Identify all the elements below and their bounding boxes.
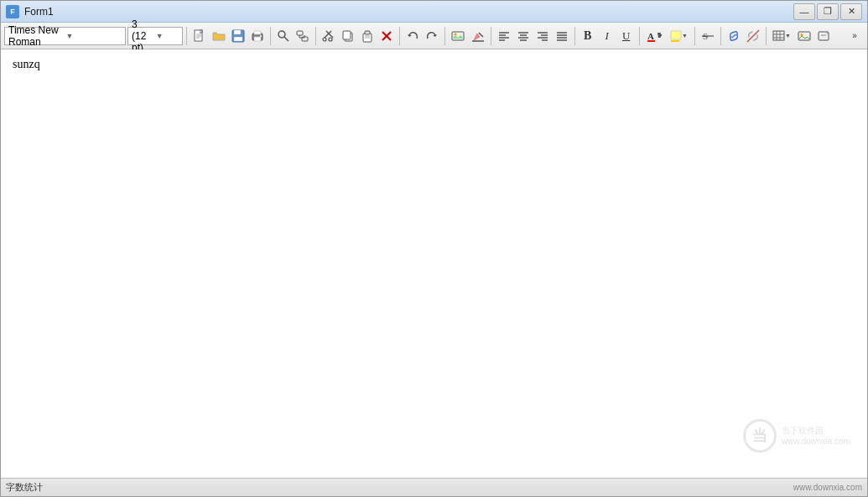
delete-button[interactable]: [377, 27, 396, 45]
replace-icon: [296, 29, 309, 43]
find-icon: [277, 29, 290, 43]
align-left-icon: [497, 29, 511, 43]
font-name-arrow: ▼: [66, 32, 122, 40]
misc-icon: [818, 29, 831, 43]
search-group: [274, 27, 312, 45]
close-button[interactable]: ✕: [840, 3, 862, 20]
svg-rect-27: [452, 32, 464, 40]
sep-9: [694, 27, 695, 45]
font-name-selector[interactable]: Times New Roman ▼: [4, 27, 126, 45]
insert-image-button[interactable]: [449, 27, 467, 45]
app-icon: F: [6, 5, 19, 18]
italic-button[interactable]: I: [598, 27, 616, 45]
window-title: Form1: [24, 6, 54, 18]
save-button[interactable]: [229, 27, 247, 45]
editor-content[interactable]: sunzq: [1, 49, 867, 478]
picture-icon: [798, 29, 811, 43]
font-name-value: Times New Roman: [8, 24, 65, 48]
justify-icon: [555, 29, 569, 43]
svg-rect-64: [798, 32, 810, 40]
link-group: [725, 27, 762, 45]
align-left-button[interactable]: [495, 27, 513, 45]
svg-rect-9: [254, 31, 261, 34]
sep-3: [315, 27, 316, 45]
new-button[interactable]: [190, 27, 209, 45]
watermark-site: 当下软件园: [782, 425, 850, 436]
cut-icon: [322, 29, 335, 43]
status-website: www.downxia.com: [793, 483, 862, 492]
format-group: B I U: [579, 27, 636, 45]
cut-button[interactable]: [320, 27, 338, 45]
undo-icon: [406, 29, 419, 43]
underline-button[interactable]: U: [617, 27, 636, 45]
open-button[interactable]: [210, 27, 228, 45]
sep-1: [186, 27, 187, 45]
highlight-icon: ▼: [670, 29, 689, 43]
svg-text:▼: ▼: [682, 33, 688, 39]
title-bar-left: F Form1: [6, 5, 54, 18]
replace-button[interactable]: [294, 27, 312, 45]
watermark: 当 当下软件园 www.downxia.com: [743, 419, 850, 453]
svg-rect-5: [234, 30, 241, 34]
insert-image-icon: [451, 29, 465, 43]
sep-10: [720, 27, 721, 45]
redo-icon: [425, 29, 439, 43]
svg-rect-6: [234, 37, 242, 41]
watermark-text: 当下软件园 www.downxia.com: [782, 425, 850, 447]
minimize-button[interactable]: —: [793, 3, 815, 20]
expand-toolbar-button[interactable]: »: [845, 27, 864, 45]
restore-button[interactable]: ❐: [817, 3, 839, 20]
undo-redo-group: [403, 27, 441, 45]
watermark-url: www.downxia.com: [782, 436, 850, 447]
remove-link-button[interactable]: [744, 27, 762, 45]
svg-rect-10: [260, 35, 262, 37]
clear-format-button[interactable]: [469, 27, 487, 45]
insert-picture-button[interactable]: [795, 27, 813, 45]
watermark-circle: 当: [743, 419, 777, 453]
svg-line-30: [479, 33, 483, 37]
highlight-color-button[interactable]: ▼: [668, 27, 691, 45]
svg-rect-52: [671, 40, 679, 42]
font-size-selector[interactable]: 3 (12 pt) ▼: [127, 27, 183, 45]
table-icon: ▼: [772, 29, 791, 43]
print-button[interactable]: [248, 27, 267, 45]
misc-button[interactable]: [815, 27, 834, 45]
undo-button[interactable]: [403, 27, 422, 45]
editor-area: sunzq 当 当下软件园 www.downxia.com: [1, 49, 867, 478]
link-icon: [727, 29, 741, 43]
font-color-button[interactable]: A ▼: [643, 27, 667, 45]
find-button[interactable]: [274, 27, 293, 45]
open-icon: [212, 29, 226, 43]
align-center-button[interactable]: [514, 27, 533, 45]
color-group: A ▼ ▼: [643, 27, 691, 45]
save-icon: [231, 29, 245, 43]
align-right-button[interactable]: [533, 27, 552, 45]
bold-icon: B: [584, 29, 591, 43]
svg-rect-58: [773, 31, 784, 40]
new-icon: [193, 29, 206, 43]
paste-button[interactable]: [358, 27, 377, 45]
alignment-group: [495, 27, 571, 45]
svg-point-11: [278, 31, 285, 38]
copy-button[interactable]: [339, 27, 357, 45]
svg-point-17: [323, 38, 326, 41]
bold-button[interactable]: B: [579, 27, 597, 45]
title-buttons: — ❐ ✕: [793, 3, 862, 20]
underline-icon: U: [622, 29, 630, 43]
editor-text: sunzq: [13, 58, 40, 70]
justify-button[interactable]: [553, 27, 571, 45]
file-buttons-group: [190, 27, 267, 45]
status-label: 字数统计: [6, 481, 43, 494]
svg-rect-22: [365, 31, 370, 34]
insert-link-button[interactable]: [725, 27, 743, 45]
redo-button[interactable]: [423, 27, 441, 45]
strikethrough-button[interactable]: S: [699, 27, 717, 45]
align-right-icon: [536, 29, 549, 43]
font-size-arrow: ▼: [156, 32, 179, 40]
title-bar: F Form1 — ❐ ✕: [1, 1, 867, 23]
svg-rect-13: [297, 31, 303, 35]
italic-icon: I: [605, 29, 608, 43]
insert-table-button[interactable]: ▼: [770, 27, 793, 45]
strikethrough-icon: S: [701, 29, 715, 43]
expand-icon: »: [852, 31, 857, 40]
